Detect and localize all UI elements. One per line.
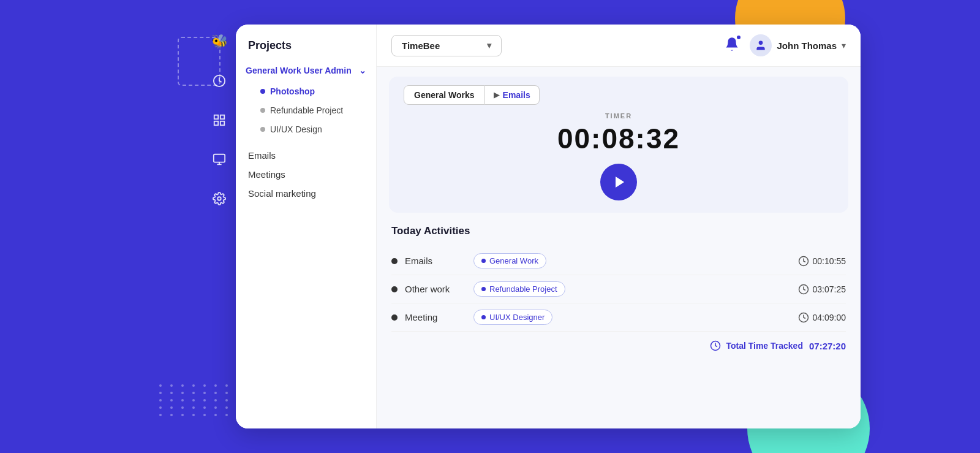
svg-rect-3 [214,121,218,125]
main-container: Projects General Work User Admin ⌄ Photo… [236,25,861,428]
clock-icon [798,256,809,267]
dropdown-label: TimeBee [402,40,440,51]
breadcrumb-parent[interactable]: General Works [404,85,485,105]
clock-icon [798,284,809,295]
content-area: TimeBee ▾ John Thomas [377,25,861,428]
activity-tag-general-work[interactable]: General Work [473,253,546,268]
time-value: 00:10:55 [813,256,846,266]
time-value: 04:09:00 [813,313,846,322]
timer-label: TIMER [404,112,834,120]
activities-section: Today Activities Emails General Work 00:… [377,213,861,428]
svg-rect-1 [214,115,218,119]
activity-name: Meeting [405,312,466,322]
sidebar-group-label: General Work User Admin [246,66,352,75]
breadcrumb: General Works ▶ Emails [404,85,834,105]
activity-time-other: 03:07:25 [798,284,846,295]
svg-rect-2 [221,115,224,119]
sidebar-title: Projects [236,39,376,62]
total-label: Total Time Tracked [710,340,803,351]
svg-point-8 [217,197,221,200]
breadcrumb-arrow-icon: ▶ [494,91,499,99]
sidebar-group-header[interactable]: General Work User Admin ⌄ [236,62,376,79]
inactive-dot [260,127,265,132]
activity-row-meeting: Meeting UI/UX Designer 04:09:00 [391,303,846,332]
user-name: John Thomas [777,40,837,51]
activity-row-other-work: Other work Refundable Project 03:07:25 [391,275,846,303]
timebee-dropdown[interactable]: TimeBee ▾ [391,35,502,56]
activity-time-emails: 00:10:55 [798,256,846,267]
total-time-value: 07:27:20 [809,341,846,351]
dropdown-chevron-icon: ▾ [487,40,491,50]
inactive-dot [260,108,265,113]
sidebar-section-meetings[interactable]: Meetings [236,163,376,182]
svg-marker-10 [616,177,624,188]
sidebar-item-photoshop[interactable]: Photoshop [253,82,371,101]
sidebar-items-list: Photoshop Refundable Project UI/UX Desig… [236,79,376,144]
svg-rect-5 [214,154,225,162]
activity-dot [391,314,398,321]
tag-dot [481,287,486,291]
activity-time-meeting: 04:09:00 [798,312,846,323]
activity-row-emails: Emails General Work 00:10:55 [391,247,846,275]
breadcrumb-child[interactable]: ▶ Emails [485,85,540,105]
tag-label: Refundable Project [489,284,557,294]
screen-icon[interactable] [208,148,230,170]
activity-tag-uiux[interactable]: UI/UX Designer [473,310,552,325]
top-header: TimeBee ▾ John Thomas [377,25,861,67]
timer-display: 00:08:32 [404,122,834,155]
bg-dots-pattern [159,384,232,416]
clock-icon[interactable] [208,70,230,92]
app-logo[interactable]: 🐝 [208,31,230,53]
tag-label: UI/UX Designer [489,313,545,322]
icon-sidebar: 🐝 [208,31,230,210]
user-chevron-icon: ▾ [842,40,846,50]
user-profile[interactable]: John Thomas ▾ [750,34,846,56]
activities-title: Today Activities [391,225,846,237]
svg-point-9 [759,41,763,45]
sidebar-section-social[interactable]: Social marketing [236,182,376,201]
total-clock-icon [710,340,721,351]
activity-name: Emails [405,256,466,266]
grid-icon[interactable] [208,109,230,131]
time-value: 03:07:25 [813,284,846,294]
avatar [750,34,772,56]
activity-name: Other work [405,284,466,294]
notification-bell[interactable] [724,36,740,55]
clock-icon [798,312,809,323]
bell-badge [736,34,742,40]
avatar-icon [755,39,767,51]
sidebar-section-emails[interactable]: Emails [236,144,376,163]
tag-dot [481,259,486,263]
timer-section: General Works ▶ Emails TIMER 00:08:32 [389,77,848,213]
sidebar-item-label: UI/UX Design [270,124,322,134]
play-button[interactable] [600,164,637,200]
sidebar-item-uiux[interactable]: UI/UX Design [253,120,371,139]
settings-icon[interactable] [208,188,230,210]
activity-dot [391,286,398,292]
activity-dot [391,258,398,264]
total-label-text: Total Time Tracked [726,341,803,351]
tag-label: General Work [489,256,538,265]
breadcrumb-child-label: Emails [503,90,530,100]
sidebar: Projects General Work User Admin ⌄ Photo… [236,25,377,428]
user-area: John Thomas ▾ [724,34,846,56]
sidebar-group-chevron: ⌄ [359,66,366,75]
sidebar-item-refundable[interactable]: Refundable Project [253,101,371,120]
tag-dot [481,315,486,319]
active-dot [260,89,265,94]
sidebar-item-label: Photoshop [270,86,315,96]
total-row: Total Time Tracked 07:27:20 [391,332,846,354]
play-icon [612,175,627,189]
svg-rect-4 [221,121,224,125]
sidebar-item-label: Refundable Project [270,105,343,115]
activity-tag-refundable[interactable]: Refundable Project [473,281,565,297]
